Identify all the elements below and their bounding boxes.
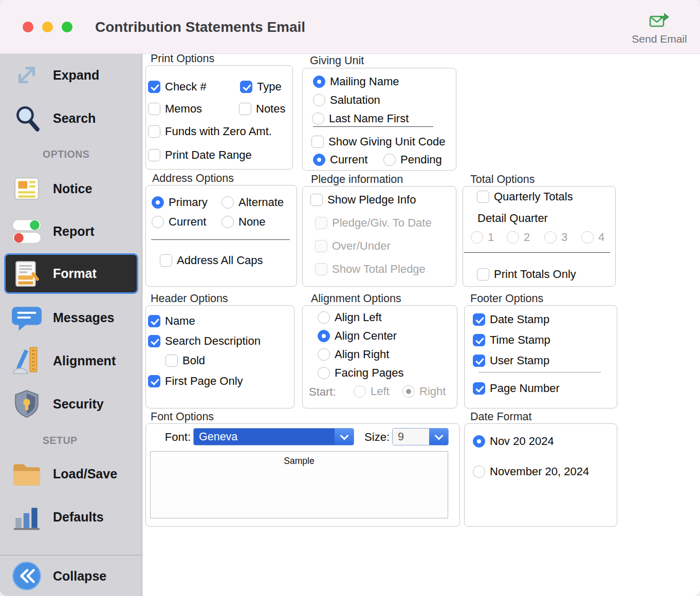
radio-icon [313, 76, 325, 88]
first-page-only-checkbox[interactable]: First Page Only [148, 375, 243, 388]
date-format-panel: Nov 20 2024 November 20, 2024 [464, 423, 617, 527]
sidebar-item-format[interactable]: Format [4, 253, 138, 294]
name-checkbox[interactable]: Name [148, 314, 195, 328]
checkbox-icon [310, 194, 323, 206]
current-radio[interactable]: Current [313, 153, 367, 166]
bold-checkbox[interactable]: Bold [165, 354, 205, 367]
sidebar-item-collapse[interactable]: Collapse [0, 555, 142, 596]
checkbox-icon [148, 149, 160, 161]
radio-label: Salutation [330, 94, 380, 107]
print-options-panel: Check # Type Memos Notes Funds with Zero… [145, 65, 293, 170]
check-num-checkbox[interactable]: Check # [148, 80, 207, 94]
last-name-first-radio[interactable]: Last Name First [312, 112, 409, 125]
security-icon [10, 387, 43, 420]
show-giving-unit-code-checkbox[interactable]: Show Giving Unit Code [311, 135, 445, 148]
giving-unit-divider [313, 126, 433, 127]
checkbox-icon [473, 355, 485, 367]
folder-icon [10, 457, 43, 490]
font-sample-text: Sample [151, 456, 448, 467]
checkbox-label: Memos [165, 102, 202, 116]
address-all-caps-checkbox[interactable]: Address All Caps [160, 254, 263, 267]
checkbox-icon [477, 268, 489, 281]
sidebar-item-search[interactable]: Search [0, 98, 142, 139]
checkbox-icon [315, 263, 327, 275]
font-dropdown[interactable]: Geneva [193, 428, 354, 445]
align-left-radio[interactable]: Align Left [318, 311, 382, 324]
detail-quarter-label: Detail Quarter [477, 212, 548, 225]
checkbox-label: Page Number [490, 382, 560, 395]
minimize-window-button[interactable] [42, 22, 53, 32]
checkbox-label: Print Date Range [165, 148, 252, 162]
user-stamp-checkbox[interactable]: User Stamp [473, 354, 549, 367]
font-options-title: Font Options [151, 411, 214, 423]
funds-zero-checkbox[interactable]: Funds with Zero Amt. [148, 125, 272, 138]
sidebar-item-alignment[interactable]: Alignment [0, 340, 142, 381]
search-description-checkbox[interactable]: Search Description [148, 334, 261, 348]
total-options-panel: Quarterly Totals Detail Quarter 1 2 3 4 … [463, 186, 616, 287]
radio-icon [318, 348, 330, 361]
close-window-button[interactable] [23, 22, 33, 32]
sidebar-item-label: Expand [53, 68, 99, 83]
print-totals-only-checkbox[interactable]: Print Totals Only [477, 268, 576, 281]
address-options-divider [151, 239, 290, 240]
date-stamp-checkbox[interactable]: Date Stamp [473, 313, 549, 326]
salutation-radio[interactable]: Salutation [313, 94, 380, 107]
date-format-long-radio[interactable]: November 20, 2024 [473, 465, 589, 478]
pledge-information-title: Pledge information [311, 173, 403, 186]
radio-label: Pending [400, 153, 442, 166]
align-right-radio[interactable]: Align Right [318, 348, 389, 361]
show-pledge-info-checkbox[interactable]: Show Pledge Info [310, 193, 416, 207]
chevron-down-icon [429, 429, 448, 445]
start-right-radio: Right [402, 385, 446, 398]
alignment-icon [10, 344, 43, 377]
sidebar-item-messages[interactable]: Messages [0, 297, 142, 338]
print-date-range-checkbox[interactable]: Print Date Range [148, 148, 252, 162]
sidebar-item-loadsave[interactable]: Load/Save [0, 453, 142, 494]
memos-checkbox[interactable]: Memos [148, 102, 202, 116]
none-radio[interactable]: None [222, 215, 266, 229]
radio-icon [473, 435, 485, 448]
send-email-button[interactable]: Send Email [626, 11, 693, 45]
page-number-checkbox[interactable]: Page Number [473, 382, 560, 395]
radio-label: Mailing Name [330, 75, 399, 88]
notes-checkbox[interactable]: Notes [239, 102, 285, 116]
header-options-panel: Name Search Description Bold First Page … [145, 305, 294, 408]
start-label: Start: [309, 385, 336, 399]
radio-icon [222, 196, 234, 209]
size-dropdown[interactable]: 9 [392, 428, 449, 445]
messages-icon [10, 301, 43, 334]
zoom-window-button[interactable] [62, 22, 72, 32]
sidebar-item-label: Search [53, 111, 96, 126]
sidebar-item-security[interactable]: Security [0, 383, 142, 424]
sidebar-item-notice[interactable]: Notice [0, 168, 142, 209]
radio-label: November 20, 2024 [490, 465, 589, 478]
sidebar-item-defaults[interactable]: Defaults [0, 496, 142, 537]
quarterly-totals-checkbox[interactable]: Quarterly Totals [477, 190, 573, 203]
sidebar-item-expand[interactable]: Expand [0, 54, 142, 96]
format-icon [10, 257, 43, 290]
alternate-radio[interactable]: Alternate [222, 196, 284, 209]
sidebar-item-report[interactable]: Report [0, 211, 142, 252]
address-options-title: Address Options [152, 172, 234, 185]
primary-radio[interactable]: Primary [152, 196, 208, 209]
checkbox-label: Date Stamp [490, 313, 549, 326]
expand-icon [10, 59, 43, 91]
radio-label: Right [419, 385, 446, 398]
checkbox-label: Type [257, 80, 282, 94]
pending-radio[interactable]: Pending [383, 153, 442, 166]
font-options-panel: Font: Geneva Size: 9 Sample [145, 423, 460, 527]
checkbox-label: Pledge/Giv. To Date [332, 216, 432, 230]
radio-icon [507, 231, 519, 244]
checkbox-icon [315, 217, 327, 229]
time-stamp-checkbox[interactable]: Time Stamp [473, 333, 550, 347]
align-center-radio[interactable]: Align Center [318, 329, 397, 343]
sidebar: Expand Search OPTIONS [0, 54, 142, 596]
radio-label: Last Name First [329, 112, 409, 125]
checkbox-icon [148, 335, 160, 347]
facing-pages-radio[interactable]: Facing Pages [318, 366, 404, 380]
type-checkbox[interactable]: Type [240, 80, 282, 94]
date-format-short-radio[interactable]: Nov 20 2024 [473, 435, 554, 448]
mailing-name-radio[interactable]: Mailing Name [313, 75, 399, 88]
radio-icon [312, 113, 324, 125]
address-current-radio[interactable]: Current [152, 215, 206, 229]
